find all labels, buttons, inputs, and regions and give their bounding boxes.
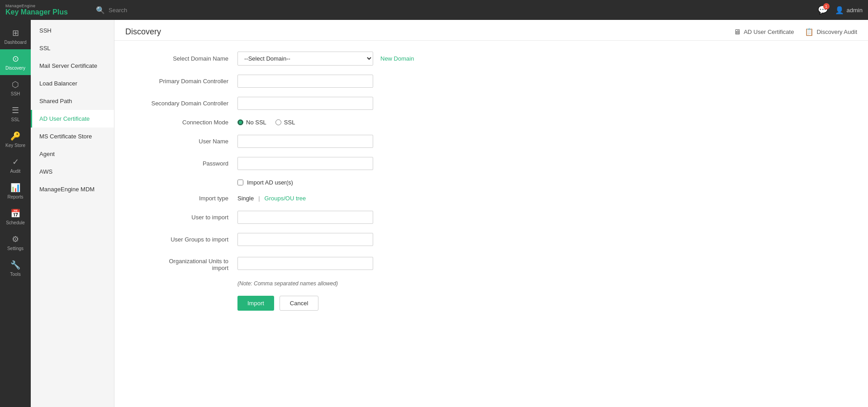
action-buttons: Import Cancel — [237, 296, 854, 311]
header-action-ad-user-cert[interactable]: 🖥 AD User Certificate — [734, 28, 794, 36]
user-menu[interactable]: 👤 admin — [835, 6, 863, 14]
sidebar-item-dashboard[interactable]: ⊞ Dashboard — [0, 24, 31, 49]
user-to-import-input[interactable] — [237, 211, 373, 224]
sub-sidebar-mail-server[interactable]: Mail Server Certificate — [31, 57, 114, 75]
sub-sidebar-ms-cert-store[interactable]: MS Certificate Store — [31, 128, 114, 145]
sub-sidebar-shared-path[interactable]: Shared Path — [31, 92, 114, 110]
user-icon: 👤 — [835, 6, 844, 14]
discovery-icon: ⊙ — [12, 54, 19, 64]
primary-dc-input[interactable] — [237, 75, 373, 88]
sidebar-item-reports[interactable]: 📊 Reports — [0, 178, 31, 204]
radio-no-ssl-input[interactable] — [237, 119, 243, 125]
import-button[interactable]: Import — [237, 296, 274, 311]
radio-ssl[interactable]: SSL — [275, 119, 295, 126]
user-label: admin — [847, 7, 863, 14]
password-label: Password — [129, 160, 237, 167]
sub-sidebar-manageengine-mdm[interactable]: ManageEngine MDM — [31, 180, 114, 198]
user-groups-label: User Groups to import — [129, 236, 237, 243]
sidebar-item-discovery[interactable]: ⊙ Discovery — [0, 49, 31, 75]
new-domain-link[interactable]: New Domain — [380, 55, 414, 62]
sidebar-label-keystore: Key Store — [5, 143, 25, 148]
username-row: User Name — [129, 135, 854, 148]
brand-name: Key Manager Plus — [5, 8, 68, 16]
connection-mode-label: Connection Mode — [129, 119, 237, 126]
org-units-label: Organizational Units toimport — [129, 255, 237, 271]
org-units-row: Organizational Units toimport — [129, 255, 854, 271]
sidebar-item-ssl[interactable]: ☰ SSL — [0, 101, 31, 127]
import-ad-users-checkbox[interactable] — [237, 180, 243, 185]
cancel-button[interactable]: Cancel — [280, 296, 318, 311]
username-input[interactable] — [237, 135, 373, 148]
settings-icon: ⚙ — [12, 234, 19, 244]
brand-logo: ManageEngine Key Manager Plus — [5, 4, 68, 16]
sub-sidebar-ssl[interactable]: SSL — [31, 39, 114, 57]
sub-sidebar-aws[interactable]: AWS — [31, 163, 114, 180]
sub-sidebar-agent[interactable]: Agent — [31, 145, 114, 163]
sidebar-label-ssl: SSL — [11, 117, 20, 122]
import-type-single[interactable]: Single — [237, 195, 254, 202]
sidebar-item-tools[interactable]: 🔧 Tools — [0, 256, 31, 281]
sidebar-item-keystore[interactable]: 🔑 Key Store — [0, 127, 31, 152]
search-icon[interactable]: 🔍 — [96, 6, 105, 14]
org-units-input[interactable] — [237, 257, 373, 270]
import-type-groups-ou[interactable]: Groups/OU tree — [265, 195, 306, 202]
sidebar-item-audit[interactable]: ✓ Audit — [0, 152, 31, 178]
password-input[interactable] — [237, 157, 373, 170]
secondary-dc-label: Secondary Domain Controller — [129, 100, 237, 107]
select-domain-label: Select Domain Name — [129, 55, 237, 62]
sidebar-label-discovery: Discovery — [5, 66, 25, 71]
brand: ManageEngine Key Manager Plus — [5, 4, 96, 16]
search-input[interactable] — [109, 7, 244, 14]
secondary-dc-row: Secondary Domain Controller — [129, 97, 854, 110]
topbar: ManageEngine Key Manager Plus 🔍 💬 1 👤 ad… — [0, 0, 868, 20]
sidebar-label-reports: Reports — [7, 194, 23, 199]
header-action-discovery-audit[interactable]: 📋 Discovery Audit — [805, 28, 857, 36]
audit-icon: ✓ — [12, 157, 19, 167]
user-to-import-row: User to import — [129, 211, 854, 224]
sidebar-item-settings[interactable]: ⚙ Settings — [0, 230, 31, 256]
user-groups-row: User Groups to import — [129, 233, 854, 246]
primary-dc-label: Primary Domain Controller — [129, 78, 237, 85]
select-domain-dropdown[interactable]: --Select Domain-- — [237, 52, 373, 66]
sub-sidebar: SSH SSL Mail Server Certificate Load Bal… — [31, 20, 114, 407]
form-content: Select Domain Name --Select Domain-- New… — [114, 41, 868, 407]
import-type-row: Import type Single | Groups/OU tree — [129, 195, 854, 202]
sidebar-label-schedule: Schedule — [6, 220, 25, 225]
discovery-audit-icon: 📋 — [805, 28, 814, 36]
topbar-right: 💬 1 👤 admin — [818, 5, 863, 15]
sub-sidebar-ssh[interactable]: SSH — [31, 22, 114, 39]
sidebar: ⊞ Dashboard ⊙ Discovery ⬡ SSH ☰ SSL 🔑 Ke… — [0, 20, 31, 407]
sub-sidebar-load-balancer[interactable]: Load Balancer — [31, 75, 114, 92]
ssh-icon: ⬡ — [12, 80, 19, 90]
password-row: Password — [129, 157, 854, 170]
username-label: User Name — [129, 138, 237, 145]
radio-ssl-input[interactable] — [275, 119, 281, 125]
content-area: Discovery 🖥 AD User Certificate 📋 Discov… — [114, 20, 868, 407]
notification-icon[interactable]: 💬 1 — [818, 5, 828, 15]
import-type-label: Import type — [129, 195, 237, 202]
sidebar-label-dashboard: Dashboard — [5, 40, 27, 45]
user-groups-input[interactable] — [237, 233, 373, 246]
radio-ssl-label: SSL — [284, 119, 295, 126]
primary-dc-row: Primary Domain Controller — [129, 75, 854, 88]
dashboard-icon: ⊞ — [12, 28, 19, 38]
sidebar-item-schedule[interactable]: 📅 Schedule — [0, 204, 31, 230]
tools-icon: 🔧 — [10, 260, 20, 270]
sidebar-item-ssh[interactable]: ⬡ SSH — [0, 75, 31, 101]
select-domain-row: Select Domain Name --Select Domain-- New… — [129, 52, 854, 66]
content-header: Discovery 🖥 AD User Certificate 📋 Discov… — [114, 20, 868, 41]
reports-icon: 📊 — [10, 183, 20, 193]
import-ad-users-label: Import AD user(s) — [247, 179, 293, 186]
keystore-icon: 🔑 — [10, 131, 20, 141]
sidebar-label-tools: Tools — [10, 272, 20, 277]
header-actions: 🖥 AD User Certificate 📋 Discovery Audit — [734, 28, 857, 36]
secondary-dc-input[interactable] — [237, 97, 373, 110]
import-type-separator: | — [258, 195, 260, 202]
connection-mode-row: Connection Mode No SSL SSL — [129, 119, 854, 126]
sub-sidebar-ad-user-cert[interactable]: AD User Certificate — [31, 110, 114, 128]
radio-no-ssl[interactable]: No SSL — [237, 119, 266, 126]
ad-user-cert-icon: 🖥 — [734, 28, 741, 36]
connection-mode-options: No SSL SSL — [237, 119, 295, 126]
import-type-options: Single | Groups/OU tree — [237, 195, 306, 202]
sidebar-label-audit: Audit — [10, 169, 21, 174]
